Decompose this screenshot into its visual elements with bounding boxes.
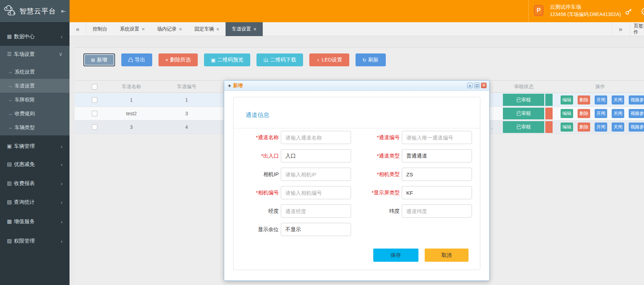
open-gate-button[interactable]: 开闸	[595, 123, 607, 132]
tab-inside-records[interactable]: 场内记录 ×	[151, 22, 188, 36]
parking-logo-icon: P	[534, 5, 544, 16]
camera-ip-label: 相机IP	[234, 171, 279, 178]
sidebar-item-label: 车场设置	[14, 51, 35, 58]
delete-button[interactable]: 删除	[578, 123, 590, 132]
camera-type-label: 相机类型	[351, 171, 400, 178]
edit-button[interactable]: 编辑	[561, 123, 573, 132]
sidebar-item-discounts[interactable]: ▤ 优惠减免 ‹	[0, 155, 70, 174]
sidebar-item-vehicle-type[interactable]: → 车辆类型	[0, 120, 70, 134]
channel-type-input[interactable]	[402, 149, 472, 162]
refresh-button[interactable]: ↻ 刷新	[356, 53, 386, 66]
camera-ip-input[interactable]	[281, 168, 351, 181]
sidebar-item-query-statistics[interactable]: ▧ 查询统计 ‹	[0, 193, 70, 211]
longitude-input[interactable]	[281, 204, 351, 218]
qrcode-preview-button[interactable]: ▣ 二维码预览	[204, 53, 250, 66]
header-divider	[528, 0, 529, 22]
qrcode-download-button[interactable]: 山 二维码下载	[256, 53, 303, 66]
video-params-button[interactable]: 视频参数	[629, 123, 644, 132]
display-type-label: 显示屏类型	[351, 190, 400, 196]
form-row: 显示余位	[234, 223, 480, 236]
edit-button[interactable]: 编辑	[561, 109, 573, 118]
close-gate-button[interactable]: 关闸	[612, 109, 624, 118]
dialog-titlebar[interactable]: + 新增 ▲ ×	[224, 81, 489, 91]
tab-scroll-right-icon[interactable]: »	[612, 22, 629, 36]
sidebar-item-fee-reports[interactable]: ▥ 收费报表 ‹	[0, 174, 70, 193]
chevron-left-icon: ‹	[61, 34, 63, 40]
tab-close-icon[interactable]: ×	[216, 26, 219, 32]
key-icon[interactable]	[625, 8, 633, 15]
sidebar-item-value-added-services[interactable]: ▩ 增值服务 ‹	[0, 212, 70, 231]
sidebar-item-plate-permission[interactable]: → 车牌权限	[0, 93, 70, 107]
delete-button[interactable]: 删除	[578, 109, 590, 118]
tab-label: 场内记录	[157, 26, 177, 32]
sidebar-item-vehicle-management[interactable]: ▣ 车辆管理 ‹	[0, 137, 70, 156]
close-gate-button[interactable]: 关闸	[612, 123, 624, 132]
tab-lane-settings[interactable]: 车道设置 ×	[226, 22, 263, 36]
tab-system-settings[interactable]: 系统设置 ×	[114, 22, 151, 36]
led-settings-button[interactable]: ♀ LED设置	[309, 53, 349, 66]
tab-console[interactable]: 控制台	[87, 22, 114, 36]
add-button[interactable]: ⊞ 新增	[83, 53, 115, 66]
select-all-checkbox[interactable]	[92, 84, 97, 90]
export-button[interactable]: 凸 导出	[121, 53, 152, 66]
delete-selected-button[interactable]: × 删除所选	[158, 53, 198, 66]
sidebar-item-label: 车辆管理	[14, 143, 35, 150]
tab-close-icon[interactable]: ×	[142, 26, 145, 32]
plus-icon: +	[228, 83, 231, 89]
row-checkbox[interactable]	[92, 124, 97, 130]
close-dialog-button[interactable]: ×	[481, 83, 487, 88]
show-remaining-input[interactable]	[281, 223, 351, 236]
longitude-label: 经度	[234, 208, 279, 215]
delete-button[interactable]: 删除	[578, 95, 590, 104]
sidebar-item-parking-settings[interactable]: ☰ 车场设置 ∨	[0, 46, 70, 62]
tab-operations-menu[interactable]: 页签操作	[630, 22, 644, 36]
save-button[interactable]: 保存	[373, 249, 418, 262]
row-checkbox[interactable]	[92, 111, 97, 116]
cloud-logo-icon	[3, 5, 17, 17]
tab-scroll-left-icon[interactable]: «	[70, 22, 86, 36]
cancel-button[interactable]: 取消	[425, 249, 468, 262]
edit-button[interactable]: 编辑	[561, 95, 573, 104]
grid-icon: ▦	[5, 33, 14, 40]
sidebar-item-lane-settings[interactable]: → 车道设置	[0, 79, 70, 93]
sliders-icon: ☰	[5, 51, 14, 57]
latitude-label: 纬度	[351, 208, 400, 215]
row-actions: 编辑 删除 开闸 关闸 视频参数	[561, 93, 644, 107]
camera-no-input[interactable]	[281, 186, 351, 199]
tab-fixed-vehicles[interactable]: 固定车辆 ×	[188, 22, 225, 36]
status-strip	[545, 94, 553, 106]
sidebar-item-permission-management[interactable]: ▨ 权限管理 ‹	[0, 232, 70, 250]
user-icon[interactable]	[642, 8, 644, 15]
tab-close-icon[interactable]: ×	[254, 26, 256, 32]
sidebar-item-data-center[interactable]: ▦ 数据中心 ‹	[0, 29, 70, 44]
entry-exit-input[interactable]	[281, 149, 351, 162]
video-params-button[interactable]: 视频参数	[629, 95, 644, 104]
arrow-right-icon: →	[6, 69, 15, 75]
address-book-icon: ▨	[5, 238, 14, 244]
list-icon: ▧	[5, 199, 14, 205]
channel-info-panel: 通道信息 通道名称 通道编号 出入口 通道类型 相机IP 相机类型 相机编号 显…	[233, 97, 480, 270]
sidebar-item-fee-rules[interactable]: → 收费规则	[0, 107, 70, 120]
park-code: 123456 (车场编码:D8EA41302A)	[550, 11, 621, 18]
collapse-dialog-button[interactable]: ▲	[467, 83, 473, 88]
form-row: 通道名称 通道编号	[234, 131, 480, 144]
tab-label: 车道设置	[232, 26, 251, 32]
sidebar-collapse-icon[interactable]: ⇤	[61, 8, 66, 15]
sidebar-item-system-settings[interactable]: → 系统设置	[0, 65, 70, 79]
camera-type-input[interactable]	[402, 168, 472, 181]
tab-close-icon[interactable]: ×	[179, 26, 182, 32]
status-badge: 已审核	[503, 108, 544, 119]
row-checkbox[interactable]	[92, 97, 97, 103]
chevron-left-icon: ‹	[61, 199, 63, 205]
close-gate-button[interactable]: 关闸	[612, 95, 624, 104]
latitude-input[interactable]	[402, 204, 472, 218]
channel-no-input[interactable]	[402, 131, 472, 144]
channel-name-input[interactable]	[281, 131, 351, 144]
display-type-input[interactable]	[402, 186, 472, 199]
arrow-right-icon: →	[6, 97, 15, 102]
open-gate-button[interactable]: 开闸	[595, 95, 607, 104]
video-params-button[interactable]: 视频参数	[629, 109, 644, 118]
channel-type-label: 通道类型	[351, 153, 400, 159]
open-gate-button[interactable]: 开闸	[595, 109, 607, 118]
maximize-dialog-button[interactable]	[474, 83, 480, 88]
